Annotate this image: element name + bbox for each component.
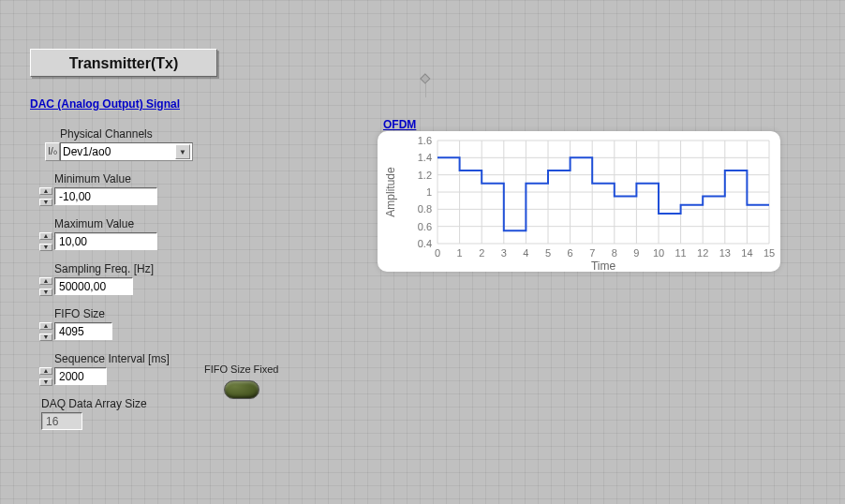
seq-interval-label: Sequence Interval [ms] [54, 352, 339, 365]
fifo-size-spinner[interactable]: ▲ ▼ [39, 322, 52, 341]
page-title: Transmitter(Tx) [30, 49, 217, 77]
physical-channels-select[interactable]: Dev1/ao0 ▼ [60, 142, 193, 161]
spin-down-icon[interactable]: ▼ [39, 289, 52, 296]
fifo-size-control: FIFO Size ▲ ▼ [39, 307, 339, 341]
seq-interval-input[interactable] [54, 367, 107, 385]
fifo-size-input[interactable] [54, 322, 112, 340]
svg-text:4: 4 [523, 247, 528, 259]
min-value-input[interactable] [54, 187, 157, 205]
spin-up-icon[interactable]: ▲ [39, 277, 52, 285]
spin-down-icon[interactable]: ▼ [39, 199, 52, 206]
spin-down-icon[interactable]: ▼ [39, 244, 52, 251]
svg-text:1.2: 1.2 [418, 170, 432, 181]
svg-text:1: 1 [457, 247, 463, 259]
svg-text:10: 10 [653, 247, 664, 259]
dac-form: Physical Channels I/₀ Dev1/ao0 ▼ Minimum… [39, 127, 339, 442]
chart-svg: 0.40.60.811.21.41.6012345678910111213141… [378, 131, 780, 272]
max-value-input[interactable] [54, 232, 157, 250]
svg-text:1.4: 1.4 [418, 152, 432, 163]
fifo-fixed-label: FIFO Size Fixed [204, 363, 278, 375]
sampling-freq-input[interactable] [54, 277, 133, 295]
svg-text:9: 9 [633, 247, 639, 259]
svg-text:2: 2 [479, 247, 484, 259]
svg-text:6: 6 [568, 247, 573, 259]
svg-text:14: 14 [741, 247, 752, 259]
seq-interval-control: Sequence Interval [ms] ▲ ▼ [39, 352, 339, 386]
spin-up-icon[interactable]: ▲ [39, 187, 52, 195]
daq-array-size-label: DAQ Data Array Size [41, 397, 339, 410]
seq-interval-spinner[interactable]: ▲ ▼ [39, 367, 52, 386]
sampling-freq-spinner[interactable]: ▲ ▼ [39, 277, 52, 296]
svg-text:1: 1 [426, 186, 432, 198]
svg-text:5: 5 [545, 247, 551, 259]
sampling-freq-control: Sampling Freq. [Hz] ▲ ▼ [39, 262, 339, 296]
daq-array-size-value: 16 [41, 412, 82, 430]
ofdm-chart: 0.40.60.811.21.41.6012345678910111213141… [378, 131, 780, 272]
chevron-down-icon: ▼ [175, 144, 190, 159]
origin-marker [422, 75, 429, 97]
physical-channels-control: Physical Channels I/₀ Dev1/ao0 ▼ [39, 127, 339, 161]
svg-text:1.6: 1.6 [418, 135, 432, 146]
svg-text:3: 3 [501, 247, 507, 259]
min-value-spinner[interactable]: ▲ ▼ [39, 187, 52, 206]
svg-text:13: 13 [719, 247, 731, 259]
svg-text:0.6: 0.6 [418, 221, 432, 232]
section-header-dac: DAC (Analog Output) Signal [30, 97, 180, 111]
fifo-fixed-indicator: FIFO Size Fixed [204, 363, 278, 399]
svg-text:12: 12 [697, 247, 708, 259]
svg-text:8: 8 [612, 247, 617, 259]
max-value-spinner[interactable]: ▲ ▼ [39, 232, 52, 251]
physical-channels-label: Physical Channels [60, 127, 339, 141]
svg-text:0.4: 0.4 [418, 238, 432, 249]
spin-up-icon[interactable]: ▲ [39, 322, 52, 330]
led-icon[interactable] [224, 380, 259, 399]
spin-down-icon[interactable]: ▼ [39, 378, 52, 386]
chart-title: OFDM [383, 118, 416, 131]
io-channel-icon: I/₀ [45, 142, 60, 161]
sampling-freq-label: Sampling Freq. [Hz] [54, 262, 339, 275]
svg-text:0.8: 0.8 [418, 203, 432, 215]
svg-text:7: 7 [589, 247, 595, 259]
max-value-label: Maximum Value [54, 217, 339, 230]
fifo-size-label: FIFO Size [54, 307, 339, 320]
spin-up-icon[interactable]: ▲ [39, 367, 52, 375]
max-value-control: Maximum Value ▲ ▼ [39, 217, 339, 251]
svg-text:15: 15 [763, 247, 775, 259]
svg-text:0: 0 [435, 247, 440, 259]
svg-text:11: 11 [675, 247, 686, 259]
physical-channels-value: Dev1/ao0 [63, 145, 111, 158]
svg-text:Amplitude: Amplitude [384, 167, 397, 217]
spin-down-icon[interactable]: ▼ [39, 334, 52, 341]
daq-array-size-control: DAQ Data Array Size 16 [39, 397, 339, 431]
min-value-control: Minimum Value ▲ ▼ [39, 172, 339, 206]
svg-text:Time: Time [591, 259, 616, 272]
spin-up-icon[interactable]: ▲ [39, 232, 52, 240]
min-value-label: Minimum Value [54, 172, 339, 185]
